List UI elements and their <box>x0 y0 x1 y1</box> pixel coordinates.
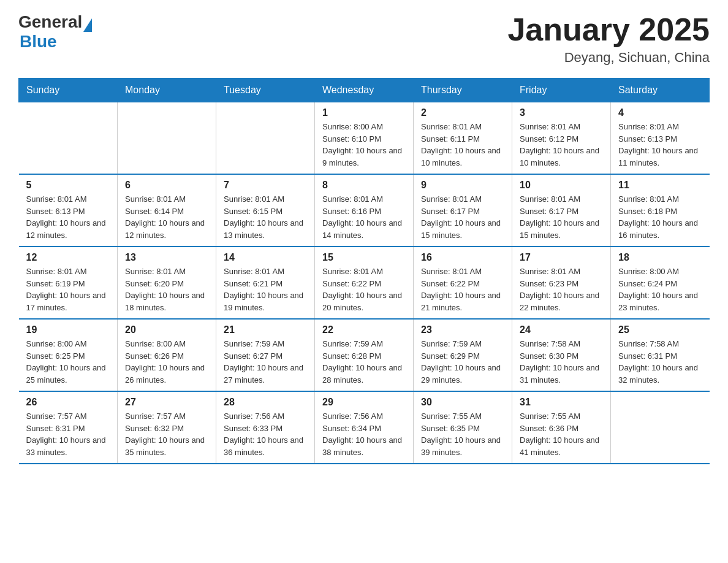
day-number: 20 <box>125 324 208 335</box>
daylight-text: Daylight: 10 hours and 22 minutes. <box>520 289 603 313</box>
sunset-text: Sunset: 6:16 PM <box>322 205 406 218</box>
sunset-text: Sunset: 6:13 PM <box>618 133 702 145</box>
day-info: Sunrise: 8:01 AMSunset: 6:18 PMDaylight:… <box>618 193 702 241</box>
column-header-thursday: Thursday <box>414 79 512 102</box>
calendar-cell: 3Sunrise: 8:01 AMSunset: 6:12 PMDaylight… <box>512 102 611 175</box>
calendar-week-row: 26Sunrise: 7:57 AMSunset: 6:31 PMDayligh… <box>19 391 710 464</box>
day-info: Sunrise: 8:01 AMSunset: 6:15 PMDaylight:… <box>224 193 307 241</box>
daylight-text: Daylight: 10 hours and 10 minutes. <box>421 145 504 169</box>
sunset-text: Sunset: 6:26 PM <box>125 350 208 362</box>
calendar-header-row: SundayMondayTuesdayWednesdayThursdayFrid… <box>19 79 710 102</box>
calendar-cell: 14Sunrise: 8:01 AMSunset: 6:21 PMDayligh… <box>216 247 315 319</box>
sunrise-text: Sunrise: 8:01 AM <box>520 121 603 133</box>
day-number: 25 <box>618 324 702 335</box>
calendar-cell: 12Sunrise: 8:01 AMSunset: 6:19 PMDayligh… <box>19 247 118 319</box>
calendar-cell: 20Sunrise: 8:00 AMSunset: 6:26 PMDayligh… <box>118 319 216 391</box>
sunrise-text: Sunrise: 8:01 AM <box>421 266 504 278</box>
daylight-text: Daylight: 10 hours and 9 minutes. <box>322 145 406 169</box>
sunrise-text: Sunrise: 7:57 AM <box>26 410 110 423</box>
day-info: Sunrise: 8:00 AMSunset: 6:25 PMDaylight:… <box>26 338 110 386</box>
calendar-cell: 5Sunrise: 8:01 AMSunset: 6:13 PMDaylight… <box>19 174 118 247</box>
sunset-text: Sunset: 6:21 PM <box>224 278 307 290</box>
sunset-text: Sunset: 6:18 PM <box>618 205 702 218</box>
day-info: Sunrise: 8:01 AMSunset: 6:17 PMDaylight:… <box>421 193 504 241</box>
day-number: 16 <box>421 252 504 263</box>
column-header-wednesday: Wednesday <box>315 79 414 102</box>
day-info: Sunrise: 7:57 AMSunset: 6:31 PMDaylight:… <box>26 410 110 458</box>
daylight-text: Daylight: 10 hours and 39 minutes. <box>421 434 504 458</box>
day-info: Sunrise: 7:55 AMSunset: 6:36 PMDaylight:… <box>520 410 603 458</box>
daylight-text: Daylight: 10 hours and 13 minutes. <box>224 217 307 241</box>
day-number: 10 <box>520 180 603 191</box>
sunrise-text: Sunrise: 8:01 AM <box>618 121 702 133</box>
sunrise-text: Sunrise: 8:00 AM <box>26 338 110 350</box>
day-number: 22 <box>322 324 406 335</box>
column-header-tuesday: Tuesday <box>216 79 315 102</box>
daylight-text: Daylight: 10 hours and 12 minutes. <box>125 217 208 241</box>
daylight-text: Daylight: 10 hours and 15 minutes. <box>520 217 603 241</box>
sunset-text: Sunset: 6:36 PM <box>520 423 603 435</box>
day-number: 1 <box>322 107 406 118</box>
daylight-text: Daylight: 10 hours and 10 minutes. <box>520 145 603 169</box>
daylight-text: Daylight: 10 hours and 32 minutes. <box>618 362 702 386</box>
calendar-cell: 11Sunrise: 8:01 AMSunset: 6:18 PMDayligh… <box>611 174 710 247</box>
sunset-text: Sunset: 6:24 PM <box>618 278 702 290</box>
day-number: 2 <box>421 107 504 118</box>
day-number: 14 <box>224 252 307 263</box>
sunset-text: Sunset: 6:30 PM <box>520 350 603 362</box>
day-number: 28 <box>224 397 307 408</box>
daylight-text: Daylight: 10 hours and 21 minutes. <box>421 289 504 313</box>
logo-general-text: General <box>18 12 82 32</box>
sunrise-text: Sunrise: 7:55 AM <box>520 410 603 423</box>
day-number: 5 <box>26 180 110 191</box>
sunset-text: Sunset: 6:11 PM <box>421 133 504 145</box>
day-info: Sunrise: 8:01 AMSunset: 6:17 PMDaylight:… <box>520 193 603 241</box>
daylight-text: Daylight: 10 hours and 41 minutes. <box>520 434 603 458</box>
daylight-text: Daylight: 10 hours and 17 minutes. <box>26 289 110 313</box>
day-info: Sunrise: 7:59 AMSunset: 6:28 PMDaylight:… <box>322 338 406 386</box>
sunset-text: Sunset: 6:28 PM <box>322 350 406 362</box>
sunset-text: Sunset: 6:17 PM <box>520 205 603 218</box>
daylight-text: Daylight: 10 hours and 35 minutes. <box>125 434 208 458</box>
calendar-cell: 23Sunrise: 7:59 AMSunset: 6:29 PMDayligh… <box>414 319 512 391</box>
daylight-text: Daylight: 10 hours and 16 minutes. <box>618 217 702 241</box>
column-header-sunday: Sunday <box>19 79 118 102</box>
calendar-cell: 13Sunrise: 8:01 AMSunset: 6:20 PMDayligh… <box>118 247 216 319</box>
sunrise-text: Sunrise: 7:58 AM <box>618 338 702 350</box>
day-number: 26 <box>26 397 110 408</box>
sunset-text: Sunset: 6:14 PM <box>125 205 208 218</box>
calendar-cell: 6Sunrise: 8:01 AMSunset: 6:14 PMDaylight… <box>118 174 216 247</box>
daylight-text: Daylight: 10 hours and 25 minutes. <box>26 362 110 386</box>
calendar-cell <box>19 102 118 175</box>
calendar-subtitle: Deyang, Sichuan, China <box>507 50 710 66</box>
calendar-cell: 31Sunrise: 7:55 AMSunset: 6:36 PMDayligh… <box>512 391 611 464</box>
day-info: Sunrise: 8:01 AMSunset: 6:13 PMDaylight:… <box>618 121 702 169</box>
day-info: Sunrise: 8:01 AMSunset: 6:11 PMDaylight:… <box>421 121 504 169</box>
calendar-cell <box>118 102 216 175</box>
calendar-cell: 8Sunrise: 8:01 AMSunset: 6:16 PMDaylight… <box>315 174 414 247</box>
daylight-text: Daylight: 10 hours and 27 minutes. <box>224 362 307 386</box>
sunrise-text: Sunrise: 7:59 AM <box>421 338 504 350</box>
daylight-text: Daylight: 10 hours and 23 minutes. <box>618 289 702 313</box>
sunrise-text: Sunrise: 8:01 AM <box>125 193 208 205</box>
day-info: Sunrise: 8:01 AMSunset: 6:12 PMDaylight:… <box>520 121 603 169</box>
sunrise-text: Sunrise: 8:00 AM <box>322 121 406 133</box>
calendar-table: SundayMondayTuesdayWednesdayThursdayFrid… <box>18 78 710 464</box>
day-number: 31 <box>520 397 603 408</box>
day-number: 7 <box>224 180 307 191</box>
sunset-text: Sunset: 6:32 PM <box>125 423 208 435</box>
day-number: 29 <box>322 397 406 408</box>
daylight-text: Daylight: 10 hours and 38 minutes. <box>322 434 406 458</box>
sunrise-text: Sunrise: 8:01 AM <box>224 266 307 278</box>
day-number: 17 <box>520 252 603 263</box>
sunset-text: Sunset: 6:35 PM <box>421 423 504 435</box>
calendar-cell: 21Sunrise: 7:59 AMSunset: 6:27 PMDayligh… <box>216 319 315 391</box>
sunset-text: Sunset: 6:12 PM <box>520 133 603 145</box>
sunset-text: Sunset: 6:25 PM <box>26 350 110 362</box>
day-number: 8 <box>322 180 406 191</box>
daylight-text: Daylight: 10 hours and 31 minutes. <box>520 362 603 386</box>
sunrise-text: Sunrise: 8:00 AM <box>618 266 702 278</box>
day-number: 11 <box>618 180 702 191</box>
sunrise-text: Sunrise: 7:58 AM <box>520 338 603 350</box>
calendar-cell: 24Sunrise: 7:58 AMSunset: 6:30 PMDayligh… <box>512 319 611 391</box>
